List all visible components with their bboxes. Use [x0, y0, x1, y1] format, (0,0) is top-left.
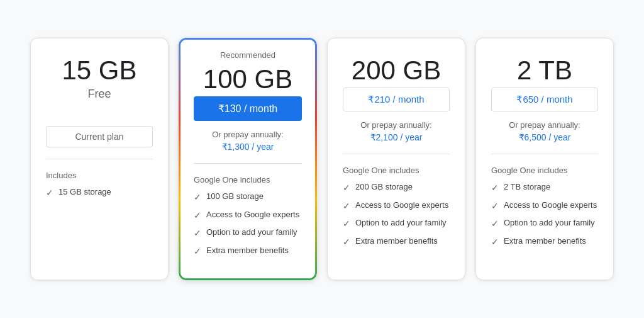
price-button-200gb[interactable]: ₹210 / month — [343, 88, 450, 111]
feature-item-2tb-1: ✓ Access to Google experts — [491, 200, 598, 213]
features-list-2tb: ✓ 2 TB storage ✓ Access to Google expert… — [491, 181, 598, 253]
feature-text-200gb-1: Access to Google experts — [355, 200, 448, 211]
includes-label-100gb: Google One includes — [194, 175, 270, 185]
check-icon-2tb-3: ✓ — [491, 236, 499, 249]
plan-card-free: 15 GBFreeCurrent planIncludes ✓ 15 GB st… — [30, 38, 169, 281]
feature-item-2tb-3: ✓ Extra member benefits — [491, 236, 598, 249]
check-icon-200gb-3: ✓ — [343, 236, 350, 249]
feature-item-200gb-1: ✓ Access to Google experts — [343, 200, 450, 213]
feature-item-free-0: ✓ 15 GB storage — [46, 186, 153, 200]
feature-text-100gb-1: Access to Google experts — [206, 209, 299, 220]
feature-text-2tb-3: Extra member benefits — [504, 236, 586, 247]
plan-storage-100gb: 100 GB — [203, 65, 292, 94]
price-button-100gb[interactable]: ₹130 / month — [194, 96, 302, 121]
check-icon-200gb-1: ✓ — [343, 200, 350, 213]
feature-item-100gb-3: ✓ Extra member benefits — [194, 245, 302, 258]
current-plan-button[interactable]: Current plan — [46, 126, 153, 147]
includes-label-200gb: Google One includes — [343, 166, 419, 175]
check-icon-100gb-3: ✓ — [194, 246, 201, 258]
check-icon-100gb-2: ✓ — [194, 227, 201, 240]
features-list-200gb: ✓ 200 GB storage ✓ Access to Google expe… — [343, 181, 450, 253]
check-icon-200gb-2: ✓ — [343, 218, 350, 230]
prepay-price-200gb: ₹2,100 / year — [360, 132, 431, 142]
price-button-2tb[interactable]: ₹650 / month — [491, 88, 598, 111]
features-list-100gb: ✓ 100 GB storage ✓ Access to Google expe… — [194, 191, 302, 263]
plan-storage-200gb: 200 GB — [352, 56, 441, 85]
prepay-price-2tb: ₹6,500 / year — [509, 132, 580, 142]
includes-label-2tb: Google One includes — [491, 166, 567, 175]
feature-item-100gb-2: ✓ Option to add your family — [194, 227, 302, 240]
prepay-label-2tb: Or prepay annually: — [509, 120, 580, 130]
feature-item-2tb-0: ✓ 2 TB storage — [491, 181, 598, 195]
prepay-price-100gb: ₹1,300 / year — [212, 142, 283, 152]
prepay-section-2tb: Or prepay annually: ₹6,500 / year — [509, 120, 580, 142]
feature-text-100gb-3: Extra member benefits — [206, 245, 289, 256]
divider-100gb — [194, 163, 302, 164]
prepay-section-100gb: Or prepay annually: ₹1,300 / year — [212, 130, 283, 152]
feature-text-free-0: 15 GB storage — [58, 186, 111, 198]
feature-item-100gb-0: ✓ 100 GB storage — [194, 191, 302, 204]
prepay-label-100gb: Or prepay annually: — [212, 130, 283, 139]
check-icon-200gb-0: ✓ — [343, 182, 350, 195]
check-icon-2tb-0: ✓ — [491, 182, 499, 195]
feature-item-2tb-2: ✓ Option to add your family — [491, 217, 598, 230]
divider-2tb — [491, 154, 598, 154]
features-list-free: ✓ 15 GB storage — [46, 186, 153, 205]
feature-text-100gb-0: 100 GB storage — [206, 191, 264, 202]
prepay-section-200gb: Or prepay annually: ₹2,100 / year — [360, 120, 431, 142]
feature-item-200gb-3: ✓ Extra member benefits — [343, 236, 450, 249]
feature-text-100gb-2: Option to add your family — [206, 227, 297, 238]
plan-storage-2tb: 2 TB — [517, 56, 572, 85]
plan-card-2tb: 2 TB₹650 / month Or prepay annually: ₹6,… — [475, 38, 614, 281]
check-icon-2tb-1: ✓ — [491, 200, 499, 213]
feature-text-200gb-0: 200 GB storage — [355, 181, 413, 193]
recommended-label: Recommended — [220, 50, 275, 60]
prepay-label-200gb: Or prepay annually: — [360, 120, 431, 130]
plan-storage-free: 15 GB — [62, 56, 136, 85]
feature-text-2tb-1: Access to Google experts — [504, 200, 597, 211]
feature-text-200gb-2: Option to add your family — [355, 217, 447, 229]
plans-container: 15 GBFreeCurrent planIncludes ✓ 15 GB st… — [10, 23, 634, 296]
feature-item-100gb-1: ✓ Access to Google experts — [194, 209, 302, 222]
plan-card-200gb: 200 GB₹210 / month Or prepay annually: ₹… — [327, 38, 465, 281]
check-icon-free-0: ✓ — [46, 187, 53, 200]
divider-200gb — [343, 154, 450, 154]
plan-subtitle-free: Free — [87, 88, 111, 101]
feature-item-200gb-0: ✓ 200 GB storage — [343, 181, 450, 195]
feature-text-200gb-3: Extra member benefits — [355, 236, 438, 247]
includes-label-free: Includes — [46, 171, 76, 180]
check-icon-100gb-0: ✓ — [194, 191, 201, 204]
feature-text-2tb-2: Option to add your family — [504, 217, 595, 229]
plan-card-100gb: Recommended100 GB₹130 / month Or prepay … — [179, 38, 317, 281]
check-icon-2tb-2: ✓ — [491, 218, 499, 230]
feature-text-2tb-0: 2 TB storage — [504, 181, 550, 193]
divider-free — [46, 159, 153, 159]
feature-item-200gb-2: ✓ Option to add your family — [343, 217, 450, 230]
check-icon-100gb-1: ✓ — [194, 210, 201, 222]
